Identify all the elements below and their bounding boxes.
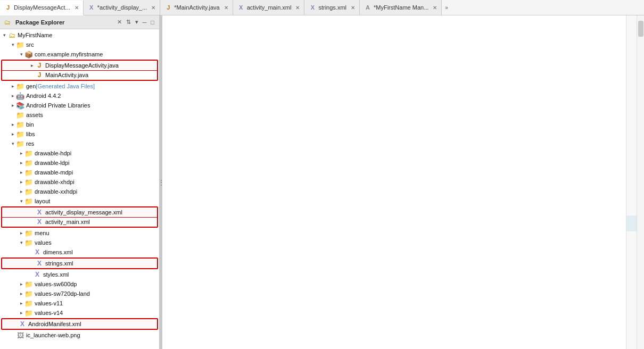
tree-expand-arrow[interactable] [18, 170, 24, 175]
tree-item-src[interactable]: 📁src [0, 40, 159, 49]
tree-expand-arrow[interactable] [10, 103, 16, 108]
tree-item-gen[interactable]: 📁gen [Generated Java Files] [0, 81, 159, 91]
tree-item-androidmanifest-xml[interactable]: XAndroidManifest.xml [2, 319, 157, 329]
editor-scrollbar[interactable] [637, 15, 644, 349]
tree-expand-arrow[interactable] [10, 42, 16, 47]
tree-expand-arrow[interactable] [29, 63, 35, 68]
tree-item-label: drawable-hdpi [35, 150, 71, 156]
tree-item-values-v14[interactable]: 📁values-v14 [0, 308, 159, 318]
tree-item-label: Android 4.4.2 [26, 93, 61, 99]
tree-item-label: res [26, 140, 34, 147]
tree-expand-arrow[interactable] [18, 230, 24, 236]
tree-item-label: values-v11 [35, 300, 63, 306]
tree-item-displaymessageactivity-java[interactable]: JDisplayMessageActivity.java [2, 61, 157, 70]
tree-item-mainactivity-java[interactable]: JMainActivity.java [2, 70, 157, 80]
tree-item-icon-xml: X [35, 218, 44, 226]
tree-expand-arrow[interactable] [18, 151, 24, 156]
tree-expand-arrow[interactable] [18, 160, 24, 165]
tab-close-button[interactable]: ✕ [433, 5, 437, 11]
tree-expand-arrow[interactable] [18, 52, 24, 57]
tree-item-values-v11[interactable]: 📁values-v11 [0, 298, 159, 308]
tree-item-menu[interactable]: 📁menu [0, 228, 159, 238]
tree-item-label: gen [26, 83, 36, 89]
tree-item-layout[interactable]: 📁layout [0, 196, 159, 206]
tree-expand-arrow[interactable] [18, 198, 24, 204]
tab-close-button[interactable]: ✕ [351, 5, 355, 11]
tab-tab-display[interactable]: JDisplayMessageAct...✕ [0, 1, 84, 15]
tree-item-bin[interactable]: 📁bin [0, 120, 159, 129]
tree-expand-arrow[interactable] [10, 93, 16, 98]
tree-item-icon-folder: 📁 [24, 197, 33, 205]
panel-close-icon[interactable]: ✕ [115, 18, 123, 26]
tree-item-icon-lib: 📚 [16, 101, 24, 110]
tree-item-label: styles.xml [43, 271, 69, 278]
minimap-thumb[interactable] [626, 215, 637, 231]
tree-expand-arrow[interactable] [10, 141, 16, 146]
panel-sync-icon[interactable]: ⇅ [125, 18, 133, 26]
tree-expand-arrow[interactable] [18, 281, 24, 287]
tree-item-drawable-mdpi[interactable]: 📁drawable-mdpi [0, 168, 159, 177]
tree-item-drawable-xxhdpi[interactable]: 📁drawable-xxhdpi [0, 187, 159, 196]
tree-item-dimens-xml[interactable]: Xdimens.xml [0, 247, 159, 257]
tree-expand-arrow[interactable] [1, 32, 7, 38]
tree-item-android-private[interactable]: 📚Android Private Libraries [0, 101, 159, 110]
tree-item-label: DisplayMessageActivity.java [45, 62, 119, 69]
tree-item-activity-display-message-xml[interactable]: Xactivity_display_message.xml [2, 207, 157, 217]
tree-item-values[interactable]: 📁values [0, 238, 159, 247]
tab-file-icon: X [88, 4, 95, 11]
tree-item-drawable-xhdpi[interactable]: 📁drawable-xhdpi [0, 177, 159, 187]
tree-item-icon-folder: 📁 [16, 139, 24, 148]
tree-item-com-example-myfirstname[interactable]: 📦com.example.myfirstname [0, 49, 159, 59]
tree-expand-arrow[interactable] [18, 240, 24, 245]
tree-item-label: values-sw600dp [35, 281, 77, 287]
tab-tab-activity-display[interactable]: X*activity_display_...✕ [84, 0, 161, 15]
tree-item-assets[interactable]: 📁assets [0, 110, 159, 120]
tab-tab-activity-main[interactable]: Xactivity_main.xml✕ [233, 0, 305, 15]
tree-item-icon-img: 🖼 [16, 331, 24, 339]
tab-close-button[interactable]: ✕ [75, 5, 79, 11]
tab-overflow-arrow[interactable]: » [442, 3, 451, 13]
panel-menu-icon[interactable]: ▾ [134, 18, 140, 26]
tree-item-android-4-4-2[interactable]: 🤖Android 4.4.2 [0, 91, 159, 101]
panel-minimize-icon[interactable]: ─ [141, 19, 148, 26]
tree-item-drawable-hdpi[interactable]: 📁drawable-hdpi [0, 148, 159, 158]
tree-expand-arrow[interactable] [10, 122, 16, 127]
tree-item-ic-launcher-web-png[interactable]: 🖼ic_launcher-web.png [0, 330, 159, 340]
tab-close-button[interactable]: ✕ [295, 5, 300, 11]
tab-tab-strings[interactable]: Xstrings.xml✕ [304, 0, 360, 15]
tree-item-icon-xml: X [33, 270, 42, 279]
scrollbar-thumb[interactable] [638, 21, 643, 37]
panel-maximize-icon[interactable]: □ [149, 19, 156, 26]
tree-group-highlight: Xstrings.xml [1, 257, 158, 269]
tree-item-libs[interactable]: 📁libs [0, 129, 159, 139]
tab-tab-main-activity[interactable]: J*MainActivity.java✕ [160, 0, 233, 15]
tree-expand-arrow[interactable] [18, 301, 24, 306]
tree-expand-arrow[interactable] [18, 179, 24, 185]
tree-item-activity-main-xml[interactable]: Xactivity_main.xml [2, 217, 157, 227]
panel-header: 🗂 Package Explorer ✕ ⇅ ▾ ─ □ [0, 15, 159, 29]
tree-item-icon-xml: X [35, 259, 44, 268]
tree-item-icon-folder: 📁 [24, 149, 33, 157]
tree-item-myfirstname[interactable]: 🗂MyFirstName [0, 30, 159, 40]
tree-item-icon-package: 📦 [24, 50, 33, 59]
tree-item-drawable-ldpi[interactable]: 📁drawable-ldpi [0, 158, 159, 168]
tree-expand-arrow[interactable] [18, 291, 24, 296]
tree-item-label: com.example.myfirstname [35, 51, 103, 57]
tree-item-styles-xml[interactable]: Xstyles.xml [0, 270, 159, 279]
tree-expand-arrow[interactable] [10, 131, 16, 137]
tree-item-values-sw720dp-land[interactable]: 📁values-sw720dp-land [0, 289, 159, 298]
tree-item-res[interactable]: 📁res [0, 139, 159, 148]
tree-item-values-sw600dp[interactable]: 📁values-sw600dp [0, 279, 159, 289]
tree-expand-arrow[interactable] [18, 189, 24, 194]
tab-close-button[interactable]: ✕ [151, 5, 155, 11]
tab-tab-myfirstname-man[interactable]: A*MyFirstName Man...✕ [360, 0, 442, 15]
tree-item-label: values [35, 239, 52, 246]
tab-close-button[interactable]: ✕ [224, 5, 228, 11]
tree-item-icon-folder: 📁 [24, 187, 33, 196]
tree-item-strings-xml[interactable]: Xstrings.xml [2, 259, 157, 268]
tree-container[interactable]: 🗂MyFirstName📁src📦com.example.myfirstname… [0, 29, 159, 349]
tab-label: *MainActivity.java [174, 4, 219, 11]
tree-expand-arrow[interactable] [10, 84, 16, 89]
tree-item-icon-folder: 📁 [24, 229, 33, 237]
tree-expand-arrow[interactable] [18, 310, 24, 315]
